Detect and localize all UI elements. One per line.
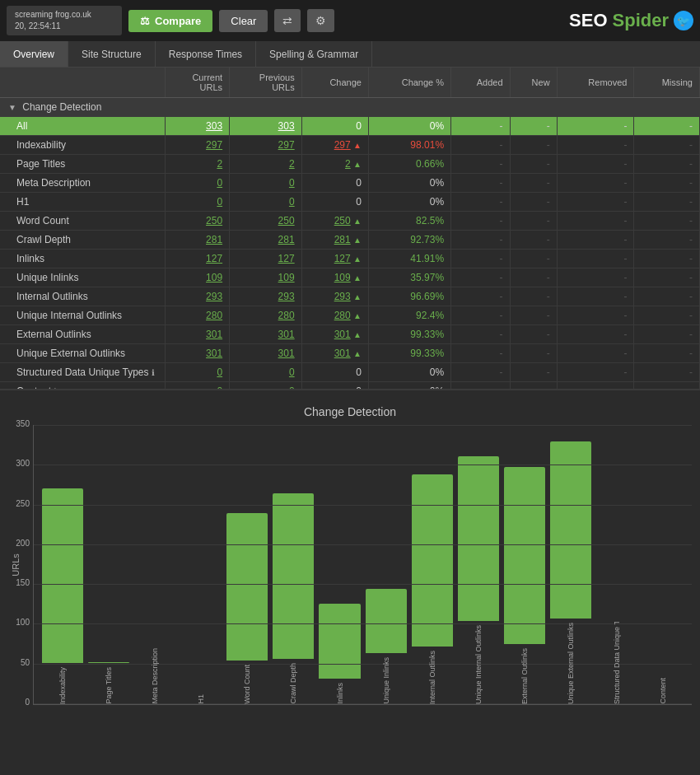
row-removed: -: [557, 344, 634, 363]
row-removed: -: [557, 174, 634, 193]
row-previous[interactable]: 297: [230, 136, 302, 155]
row-change-pct: 96.69%: [368, 287, 450, 306]
row-current[interactable]: 297: [165, 136, 230, 155]
bar-group: External Outlinks: [504, 467, 545, 704]
row-current[interactable]: 301: [165, 325, 230, 344]
row-current[interactable]: 0: [165, 193, 230, 212]
gridline-150: 150: [34, 584, 692, 585]
bar-label: Indexability: [58, 667, 67, 704]
tab-spelling-grammar[interactable]: Spelling & Grammar: [256, 41, 372, 67]
compare-button[interactable]: ⚖ Compare: [128, 10, 212, 32]
table-row: Structured Data Unique Types ℹ 0 0 0 0% …: [0, 363, 700, 382]
row-previous[interactable]: 0: [230, 193, 302, 212]
row-previous[interactable]: 303: [230, 117, 302, 136]
col-added: Added: [451, 68, 510, 98]
row-previous[interactable]: 0: [230, 363, 302, 382]
tab-response-times[interactable]: Response Times: [156, 41, 256, 67]
row-removed: -: [557, 193, 634, 212]
bar-label: Internal Outlinks: [428, 651, 436, 704]
table-row: External Outlinks 301 301 301 ▲ 99.33% -…: [0, 325, 700, 344]
tab-site-structure[interactable]: Site Structure: [68, 41, 156, 67]
row-previous[interactable]: 301: [230, 325, 302, 344]
row-missing: -: [634, 174, 700, 193]
row-previous[interactable]: 127: [230, 250, 302, 268]
row-current[interactable]: 109: [165, 268, 230, 287]
chart-inner: 350 300 250 200 150 100 50 0 Indexabilit…: [33, 425, 692, 705]
row-change-pct: 99.33%: [368, 325, 450, 344]
tab-overview[interactable]: Overview: [0, 41, 68, 67]
section-toggle-icon[interactable]: ▼: [8, 103, 16, 112]
row-added: -: [451, 325, 510, 344]
col-new: New: [510, 68, 557, 98]
row-change: 280 ▲: [301, 306, 368, 325]
bar-label: Meta Description: [151, 648, 159, 704]
row-previous[interactable]: 301: [230, 344, 302, 363]
row-new: -: [510, 325, 557, 344]
bars-area: 350 300 250 200 150 100 50 0 Indexabilit…: [33, 425, 692, 705]
row-new: -: [510, 250, 557, 268]
row-label: Indexability: [0, 136, 165, 155]
table-header-row: CurrentURLs PreviousURLs Change Change %…: [0, 68, 700, 98]
clear-button[interactable]: Clear: [219, 10, 268, 32]
row-current[interactable]: 280: [165, 306, 230, 325]
row-current[interactable]: 0: [165, 382, 230, 390]
row-current[interactable]: 281: [165, 231, 230, 250]
row-missing: -: [634, 306, 700, 325]
table-row: Unique Inlinks 109 109 109 ▲ 35.97% - - …: [0, 268, 700, 287]
info-icon[interactable]: ℹ: [152, 368, 155, 377]
row-missing: -: [634, 287, 700, 306]
table-row: Content ℹ 0 0 0 0% - - - -: [0, 382, 700, 390]
bar: [319, 604, 360, 679]
row-previous[interactable]: 2: [230, 155, 302, 174]
row-current[interactable]: 127: [165, 250, 230, 268]
col-change: Change: [301, 68, 368, 98]
row-current[interactable]: 250: [165, 212, 230, 231]
row-label: H1: [0, 193, 165, 212]
table-row: Inlinks 127 127 127 ▲ 41.91% - - - -: [0, 250, 700, 268]
row-previous[interactable]: 0: [230, 382, 302, 390]
row-added: -: [451, 363, 510, 382]
row-change-pct: 0%: [368, 363, 450, 382]
row-current[interactable]: 2: [165, 155, 230, 174]
row-missing: -: [634, 193, 700, 212]
row-missing: -: [634, 212, 700, 231]
row-removed: -: [557, 117, 634, 136]
bar: [504, 467, 545, 644]
row-previous[interactable]: 109: [230, 268, 302, 287]
chart-title: Change Detection: [0, 399, 700, 425]
swap-button[interactable]: ⇄: [274, 9, 301, 32]
row-label: Unique Internal Outlinks: [0, 306, 165, 325]
row-missing: -: [634, 268, 700, 287]
row-current[interactable]: 303: [165, 117, 230, 136]
info-icon[interactable]: ℹ: [54, 387, 57, 389]
compare-icon: ⚖: [140, 15, 150, 27]
row-removed: -: [557, 306, 634, 325]
y-axis-label: URLs: [11, 553, 21, 577]
row-change: 0: [301, 193, 368, 212]
settings-button[interactable]: ⚙: [307, 9, 334, 32]
row-missing: -: [634, 155, 700, 174]
row-current[interactable]: 0: [165, 363, 230, 382]
row-removed: -: [557, 136, 634, 155]
row-current[interactable]: 293: [165, 287, 230, 306]
bar: [42, 488, 83, 663]
row-previous[interactable]: 250: [230, 212, 302, 231]
bar-label: Page Titles: [105, 667, 113, 704]
row-missing: -: [634, 136, 700, 155]
bar-label: Inlinks: [336, 683, 344, 704]
row-current[interactable]: 0: [165, 174, 230, 193]
gridline-300: 300: [34, 465, 692, 465]
row-change-pct: 0%: [368, 174, 450, 193]
row-previous[interactable]: 281: [230, 231, 302, 250]
row-current[interactable]: 301: [165, 344, 230, 363]
row-previous[interactable]: 0: [230, 174, 302, 193]
row-previous[interactable]: 280: [230, 306, 302, 325]
row-label: Content ℹ: [0, 382, 165, 390]
bar-group: Content: [642, 674, 684, 704]
row-change: 293 ▲: [301, 287, 368, 306]
row-new: -: [510, 231, 557, 250]
twitter-icon[interactable]: 🐦: [674, 11, 693, 30]
row-previous[interactable]: 293: [230, 287, 302, 306]
row-change-pct: 0%: [368, 117, 450, 136]
top-bar: screaming frog.co.uk20, 22:54:11 ⚖ Compa…: [0, 0, 700, 41]
